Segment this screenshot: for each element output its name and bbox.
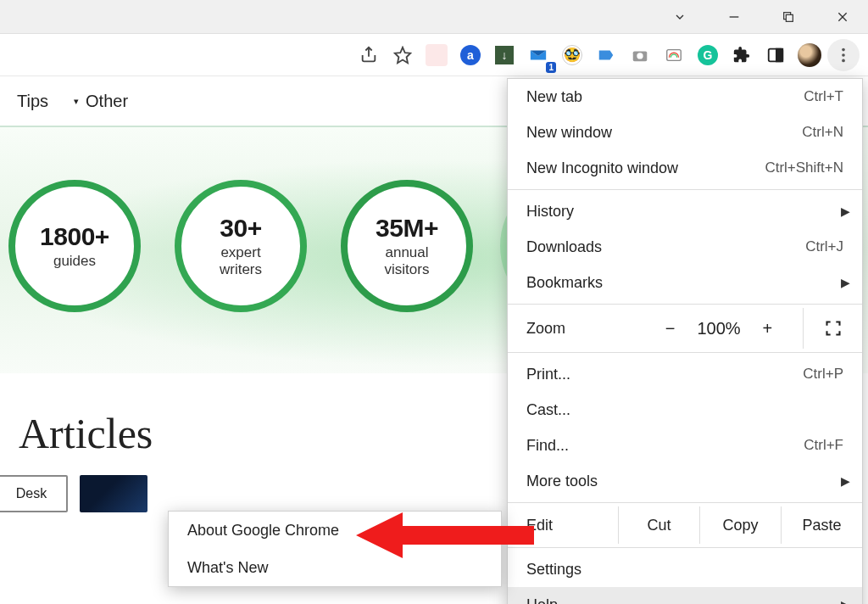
menu-separator: [508, 189, 862, 190]
thumbnail-dark[interactable]: [80, 475, 147, 512]
zoom-value: 100%: [697, 319, 740, 338]
menu-separator: [508, 352, 862, 353]
svg-rect-11: [776, 48, 782, 61]
stat-label: annualvisitors: [385, 244, 430, 277]
stat-value: 35M+: [376, 214, 438, 243]
maximize-button[interactable]: [773, 3, 804, 31]
chevron-down-icon: ▾: [74, 96, 79, 107]
svg-point-12: [842, 48, 845, 51]
close-button[interactable]: [827, 3, 858, 31]
menu-edit-row: Edit Cut Copy Paste: [508, 506, 862, 544]
menu-settings[interactable]: Settings: [508, 551, 862, 587]
profile-avatar[interactable]: [793, 39, 826, 71]
help-submenu: About Google Chrome What's New: [168, 511, 502, 587]
extensions-puzzle-icon[interactable]: [726, 39, 758, 71]
bookmark-star-icon[interactable]: [387, 39, 419, 71]
zoom-in-button[interactable]: +: [763, 319, 773, 338]
svg-point-13: [842, 53, 845, 57]
extension-mail-icon[interactable]: 1: [522, 39, 554, 71]
fullscreen-button[interactable]: [803, 308, 862, 349]
svg-point-14: [842, 59, 845, 62]
svg-point-8: [637, 53, 643, 59]
edit-cut-button[interactable]: Cut: [618, 506, 699, 544]
nav-other[interactable]: ▾ Other: [74, 92, 128, 111]
svg-marker-6: [395, 47, 410, 62]
edit-paste-button[interactable]: Paste: [781, 506, 862, 544]
extension-duck-icon[interactable]: 🥸: [556, 39, 588, 71]
zoom-out-button[interactable]: −: [665, 319, 676, 338]
svg-rect-9: [667, 49, 682, 60]
chevron-right-icon: ▶: [841, 276, 850, 289]
extension-png-icon[interactable]: ↓: [488, 39, 520, 71]
menu-print[interactable]: Print... Ctrl+P: [508, 356, 862, 392]
more-menu-button[interactable]: [827, 39, 860, 71]
window-titlebar: [0, 0, 868, 34]
extension-tag-icon[interactable]: [590, 39, 622, 71]
svg-rect-2: [786, 14, 793, 21]
extension-rainbow-icon[interactable]: [658, 39, 690, 71]
menu-downloads[interactable]: Downloads Ctrl+J: [508, 229, 862, 265]
menu-separator: [508, 502, 862, 503]
chevron-right-icon: ▶: [841, 204, 850, 218]
menu-zoom-row: Zoom − 100% +: [508, 308, 862, 349]
menu-history[interactable]: History ▶: [508, 193, 862, 229]
browser-toolbar: a ↓ 1 🥸 G: [0, 34, 868, 76]
extension-grammarly-icon[interactable]: G: [692, 39, 724, 71]
thumbnail-desk[interactable]: Desk: [0, 475, 68, 512]
edit-copy-button[interactable]: Copy: [699, 506, 781, 544]
tab-dropdown-icon[interactable]: [665, 3, 695, 31]
submenu-whats-new[interactable]: What's New: [169, 549, 501, 586]
chevron-right-icon: ▶: [841, 474, 850, 488]
stat-label: expertwriters: [220, 244, 262, 277]
minimize-button[interactable]: [719, 3, 749, 31]
submenu-about-chrome[interactable]: About Google Chrome: [169, 512, 501, 549]
nav-other-label: Other: [86, 92, 128, 111]
stat-circle: 30+ expertwriters: [175, 180, 307, 312]
stat-value: 30+: [220, 214, 261, 243]
menu-separator: [508, 304, 862, 305]
menu-help[interactable]: Help ▶: [508, 587, 862, 604]
stat-circle: 35M+ annualvisitors: [341, 180, 473, 312]
stat-value: 1800+: [40, 222, 109, 251]
nav-tips[interactable]: Tips: [17, 92, 48, 111]
menu-new-tab[interactable]: New tab Ctrl+T: [508, 79, 862, 115]
menu-cast[interactable]: Cast...: [508, 392, 862, 428]
share-icon[interactable]: [353, 39, 385, 71]
stat-circle: 1800+ guides: [8, 180, 141, 312]
nav-tips-label: Tips: [17, 92, 48, 111]
menu-separator: [508, 547, 862, 548]
chevron-right-icon: ▶: [841, 598, 850, 604]
stat-label: guides: [53, 253, 96, 270]
menu-new-window[interactable]: New window Ctrl+N: [508, 115, 862, 150]
extension-blank-icon[interactable]: [420, 39, 453, 71]
chrome-main-menu: New tab Ctrl+T New window Ctrl+N New Inc…: [507, 78, 863, 604]
extension-camera-icon[interactable]: [624, 39, 656, 71]
menu-new-incognito[interactable]: New Incognito window Ctrl+Shift+N: [508, 150, 862, 186]
menu-bookmarks[interactable]: Bookmarks ▶: [508, 265, 862, 300]
menu-find[interactable]: Find... Ctrl+F: [508, 428, 862, 463]
menu-more-tools[interactable]: More tools ▶: [508, 463, 862, 499]
side-panel-icon[interactable]: [760, 39, 792, 71]
extension-a-icon[interactable]: a: [454, 39, 487, 71]
